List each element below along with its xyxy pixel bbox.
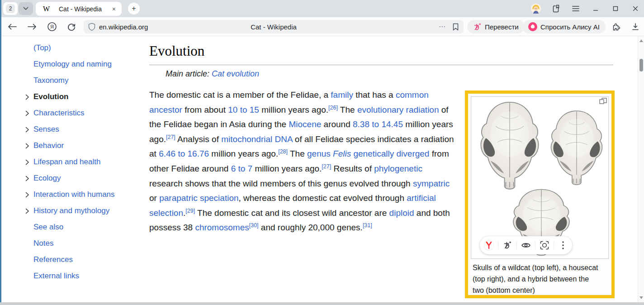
sidebar-item-see-also[interactable]: See also: [25, 219, 147, 235]
wiki-link[interactable]: parapatric speciation: [159, 193, 238, 203]
side-panel-button[interactable]: [551, 4, 561, 14]
profile-avatar[interactable]: [531, 4, 541, 14]
sidebar-item-behavior[interactable]: Behavior: [25, 138, 147, 154]
wiki-link[interactable]: genetically diverged: [353, 149, 429, 158]
chevron-right-icon[interactable]: [25, 143, 33, 149]
reference-link[interactable]: [27]: [166, 133, 175, 140]
window-frame-left: [0, 0, 1, 305]
wiki-link[interactable]: chromosomes: [195, 223, 249, 232]
text-run: from about: [182, 105, 228, 114]
chevron-right-icon[interactable]: [25, 94, 33, 100]
wiki-link[interactable]: 8.38 to 14.45: [353, 119, 403, 129]
wiki-link[interactable]: Cat evolution: [212, 69, 259, 78]
sidebar-item-label: References: [33, 255, 73, 264]
translate-button[interactable]: Перевести: [467, 20, 525, 33]
back-button[interactable]: [7, 21, 18, 32]
chevron-right-icon[interactable]: [25, 208, 33, 214]
chevron-right-icon[interactable]: [25, 192, 33, 198]
address-bar[interactable]: en.wikipedia.org Cat - Wikipedia ⋯: [84, 20, 464, 33]
tab-count-button[interactable]: 2: [3, 2, 18, 15]
browser-menu-button[interactable]: [571, 4, 581, 14]
ask-alice-label: Спросить Алису AI: [540, 23, 600, 31]
browser-window: 2 W Cat - Wikipedia × +: [0, 0, 644, 305]
tab-cat-wikipedia[interactable]: W Cat - Wikipedia ×: [36, 2, 122, 16]
scroll-down-arrow[interactable]: [638, 295, 644, 301]
yandex-logo-icon[interactable]: [483, 240, 494, 251]
wiki-link[interactable]: Miocene: [289, 119, 321, 129]
wiki-link[interactable]: 10 to 15: [228, 105, 259, 114]
wiki-link[interactable]: phylogenetic: [374, 164, 422, 173]
sidebar-item-label: (Top): [33, 43, 51, 52]
back-arrow-icon: [8, 24, 17, 30]
sidebar-item-lifespan-and-health[interactable]: Lifespan and health: [25, 154, 147, 170]
chevron-right-icon[interactable]: [25, 127, 33, 133]
sidebar-item-interaction-with-humans[interactable]: Interaction with humans: [25, 186, 147, 203]
skulls-image[interactable]: [471, 96, 609, 259]
scroll-up-arrow[interactable]: [638, 38, 644, 44]
kebab-menu-icon[interactable]: [558, 240, 568, 251]
wiki-link[interactable]: diploid: [389, 208, 414, 218]
sidebar-item-history-and-mythology[interactable]: History and mythology: [25, 203, 147, 219]
toolbar-divider: [516, 241, 517, 249]
sidebar-item-top[interactable]: (Top): [25, 40, 147, 56]
visual-search-icon[interactable]: [539, 240, 550, 251]
wiki-link[interactable]: 6.46 to 16.76: [159, 149, 209, 158]
url-more-icon[interactable]: ⋯: [439, 23, 446, 31]
window-minimize-button[interactable]: [591, 4, 601, 14]
window-close-button[interactable]: [630, 4, 640, 14]
minimize-icon: [592, 5, 599, 12]
sidebar-item-external-links[interactable]: External links: [25, 268, 147, 284]
close-icon: [632, 5, 639, 12]
new-tab-button[interactable]: +: [128, 3, 140, 14]
text-run: The: [338, 105, 357, 114]
sidebar-item-senses[interactable]: Senses: [25, 121, 147, 138]
ask-alice-button[interactable]: Спросить Алису AI: [522, 20, 606, 33]
sidebar-item-label: Senses: [33, 125, 59, 134]
enlarge-icon[interactable]: [599, 98, 607, 104]
reference-link[interactable]: [30]: [249, 222, 259, 229]
figure-skulls[interactable]: Skulls of a wildcat (top left), a housec…: [465, 91, 615, 298]
tab-list-chevron-button[interactable]: [19, 2, 33, 15]
puzzle-icon: [612, 22, 621, 31]
window-maximize-button[interactable]: [611, 4, 620, 14]
section-heading: Evolution: [149, 43, 204, 59]
wiki-link[interactable]: mitochondrial DNA: [221, 134, 292, 144]
reload-icon: [67, 22, 76, 31]
translate-icon[interactable]: [502, 240, 513, 251]
reload-button[interactable]: [66, 21, 77, 32]
reference-link[interactable]: [29]: [185, 207, 195, 214]
sidebar-item-references[interactable]: References: [25, 252, 147, 268]
sidebar-item-ecology[interactable]: Ecology: [25, 170, 147, 186]
wiki-link[interactable]: Felis: [333, 149, 351, 158]
scrollbar-thumb[interactable]: [639, 59, 643, 71]
wiki-link[interactable]: sympatric: [413, 179, 450, 188]
wiki-link[interactable]: 6 to 7: [231, 164, 253, 173]
url-host: en.wikipedia.org: [99, 23, 148, 31]
forward-button[interactable]: [27, 21, 38, 32]
yandex-search-button[interactable]: Я: [47, 21, 57, 32]
vertical-scrollbar[interactable]: [638, 36, 644, 302]
eye-icon[interactable]: [521, 240, 531, 251]
reference-link[interactable]: [26]: [328, 104, 338, 110]
wiki-link[interactable]: family: [331, 90, 353, 100]
chevron-right-icon[interactable]: [25, 176, 33, 181]
chevron-right-icon[interactable]: [25, 159, 33, 165]
sidebar-item-notes[interactable]: Notes: [25, 235, 147, 252]
bookmark-icon[interactable]: [452, 23, 459, 31]
sidebar-item-etymology-and-naming[interactable]: Etymology and naming: [25, 56, 147, 72]
translate-label: Перевести: [485, 23, 519, 31]
chevron-right-icon[interactable]: [25, 110, 33, 116]
reference-link[interactable]: [31]: [363, 222, 372, 229]
reference-link[interactable]: [28]: [278, 148, 288, 155]
sidebar-item-characteristics[interactable]: Characteristics: [25, 105, 147, 121]
wiki-link[interactable]: evolutionary radiation: [357, 105, 439, 114]
toolbar-divider: [535, 241, 535, 249]
downloads-button[interactable]: [630, 21, 641, 32]
tab-close-icon[interactable]: ×: [111, 5, 117, 13]
sidebar-item-taxonomy[interactable]: Taxonomy: [25, 72, 147, 89]
reference-link[interactable]: [27]: [322, 163, 331, 170]
sidebar-item-evolution[interactable]: Evolution: [25, 89, 147, 105]
wiki-link[interactable]: genus: [307, 149, 331, 158]
extensions-button[interactable]: [611, 21, 622, 32]
image-hover-toolbar: [480, 236, 572, 254]
